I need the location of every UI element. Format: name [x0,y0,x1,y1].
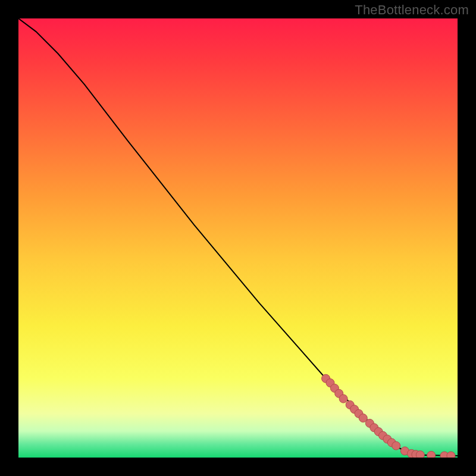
plot-area [18,18,458,458]
bottleneck-curve [18,18,458,456]
data-marker [339,394,347,403]
data-marker [447,452,455,458]
data-markers [322,374,455,458]
data-marker [427,451,436,458]
data-marker [416,451,424,458]
data-marker [392,441,400,450]
chart-stage: TheBottleneck.com [0,0,476,476]
chart-svg [18,18,458,458]
watermark-text: TheBottleneck.com [355,2,469,18]
